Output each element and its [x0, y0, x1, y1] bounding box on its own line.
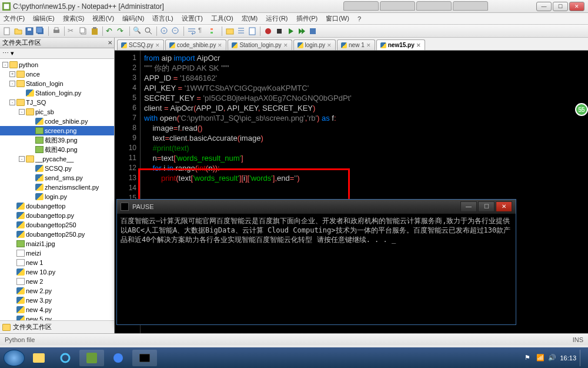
editor-tab[interactable]: code_shibie.py✕: [165, 39, 227, 50]
tree-item[interactable]: new 5.py: [0, 314, 114, 320]
tab-close-icon[interactable]: ✕: [283, 42, 288, 48]
tree-item[interactable]: new 3.py: [0, 296, 114, 305]
code-line[interactable]: API_KEY = '1WWTCSbAYCtGCpqwKoaKPMTC': [144, 83, 588, 93]
tree-item[interactable]: new 10.py: [0, 267, 114, 277]
tab-close-icon[interactable]: ✕: [327, 42, 332, 48]
sidebar-menu-icon[interactable]: ⋯ ▾: [2, 49, 14, 57]
tree-item[interactable]: send_sms.py: [0, 173, 114, 183]
tree-item[interactable]: new 2.py: [0, 286, 114, 296]
tree-item[interactable]: doubangettop: [0, 201, 114, 211]
tree-item[interactable]: new 4.py: [0, 305, 114, 314]
new-file-icon[interactable]: [2, 26, 12, 36]
close-button[interactable]: ✕: [569, 2, 584, 11]
tree-item[interactable]: -__pycache__: [0, 154, 114, 164]
editor-tab[interactable]: new 1✕: [337, 39, 375, 50]
code-line[interactable]: image=f.read(): [144, 123, 588, 133]
zoom-out-icon[interactable]: −: [171, 26, 181, 36]
menu-item[interactable]: 设置(T): [182, 14, 203, 23]
tree-item[interactable]: SCSQ.py: [0, 164, 114, 173]
tab-close-icon[interactable]: ✕: [155, 42, 160, 48]
sidebar-bottom-tab[interactable]: 文件夹工作区: [0, 320, 114, 333]
macro-play-multi-icon[interactable]: [297, 26, 306, 36]
floating-badge[interactable]: 55: [575, 103, 588, 116]
menu-item[interactable]: 工具(O): [211, 14, 233, 23]
expand-toggle[interactable]: -: [19, 109, 25, 115]
menu-item[interactable]: 语言(L): [152, 14, 173, 23]
code-line[interactable]: APP_ID = '16846162': [144, 73, 588, 83]
expand-toggle[interactable]: -: [19, 156, 25, 162]
expand-toggle[interactable]: -: [2, 62, 8, 68]
code-line[interactable]: from aip import AipOcr: [144, 53, 588, 63]
paste-icon[interactable]: [90, 26, 99, 36]
tree-item[interactable]: new 2: [0, 277, 114, 286]
menu-item[interactable]: 编辑(E): [33, 14, 55, 23]
tray-clock[interactable]: 16:13: [560, 354, 576, 362]
taskbar-browser[interactable]: [106, 350, 131, 366]
taskbar-notepadpp[interactable]: [79, 350, 104, 366]
console-window[interactable]: PAUSE — ☐ ✕ 百度智能云—计算无限可能官网百度智能云是百度旗下面向企业…: [116, 199, 516, 325]
save-all-icon[interactable]: [36, 26, 45, 36]
tree-item[interactable]: 截图40.png: [0, 145, 114, 154]
tab-close-icon[interactable]: ✕: [366, 42, 371, 48]
tree-item[interactable]: screen.png: [0, 126, 114, 135]
console-close-button[interactable]: ✕: [496, 201, 512, 212]
undo-icon[interactable]: ↶: [106, 26, 115, 36]
expand-toggle[interactable]: +: [9, 71, 15, 77]
tree-item[interactable]: new 1: [0, 258, 114, 267]
tray-sound-icon[interactable]: 🔊: [548, 354, 556, 362]
menu-item[interactable]: ?: [358, 15, 361, 22]
minimize-button[interactable]: —: [536, 2, 552, 11]
tree-item[interactable]: +once: [0, 69, 114, 79]
code-line[interactable]: SECRET_KEY = 'pI5GCB0jteHapAX0Eg7CNoGNQ0…: [144, 93, 588, 103]
tree-item[interactable]: doubangettop250.py: [0, 230, 114, 239]
tree-item[interactable]: Station_login.py: [0, 88, 114, 98]
function-list-icon[interactable]: [236, 26, 246, 36]
macro-record-icon[interactable]: [263, 26, 273, 36]
tree-item[interactable]: -pic_sb: [0, 107, 114, 117]
expand-toggle[interactable]: -: [9, 100, 15, 105]
menu-item[interactable]: 窗口(W): [326, 14, 349, 23]
editor-tab[interactable]: Station_login.py✕: [228, 39, 292, 50]
taskbar-explorer[interactable]: [26, 350, 51, 366]
code-line[interactable]: client = AipOcr(APP_ID, API_KEY, SECRET_…: [144, 103, 588, 113]
wordwrap-icon[interactable]: [187, 26, 196, 36]
file-tree[interactable]: -python+once-Station_loginStation_login.…: [0, 59, 114, 320]
console-minimize-button[interactable]: —: [460, 201, 477, 212]
open-file-icon[interactable]: [14, 26, 23, 36]
code-line[interactable]: n=text['words_result_num']: [144, 153, 588, 163]
tree-item[interactable]: doubangettop250: [0, 220, 114, 230]
tree-item[interactable]: -python: [0, 60, 114, 69]
macro-stop-icon[interactable]: [275, 26, 284, 36]
redo-icon[interactable]: ↷: [117, 26, 126, 36]
menu-item[interactable]: 搜索(S): [63, 14, 85, 23]
editor-tab[interactable]: new15.py✕: [376, 39, 425, 50]
menu-item[interactable]: 视图(V): [92, 14, 114, 23]
doc-map-icon[interactable]: [248, 26, 257, 36]
taskbar-cmd[interactable]: [132, 350, 157, 366]
tree-item[interactable]: doubangettop.py: [0, 211, 114, 220]
console-maximize-button[interactable]: ☐: [478, 201, 495, 212]
code-line[interactable]: with open('C:\python\TJ_SQ\pic_sb\screen…: [144, 113, 588, 123]
tree-item[interactable]: -Station_login: [0, 79, 114, 88]
taskbar-ie[interactable]: [53, 350, 78, 366]
tab-close-icon[interactable]: ✕: [218, 42, 222, 48]
console-output[interactable]: 百度智能云—计算无限可能官网百度智能云是百度旗下面向企业、开发者和政府机构的智能…: [117, 214, 516, 324]
print-icon[interactable]: [52, 26, 61, 36]
macro-play-icon[interactable]: [286, 26, 295, 36]
sidebar-close-icon[interactable]: ✕: [106, 39, 114, 46]
tree-item[interactable]: login.py: [0, 192, 114, 201]
expand-toggle[interactable]: -: [9, 81, 15, 87]
editor-tab[interactable]: login.py✕: [293, 39, 336, 50]
code-line[interactable]: """ 你的 APPID AK SK """: [144, 63, 588, 73]
menu-item[interactable]: 运行(R): [266, 14, 288, 23]
start-button[interactable]: [4, 350, 25, 366]
tree-item[interactable]: 截图39.png: [0, 135, 114, 145]
copy-icon[interactable]: [79, 26, 88, 36]
tree-item[interactable]: zhenzismsclient.py: [0, 183, 114, 192]
folder-1-icon[interactable]: [225, 26, 235, 36]
tray-show-desktop[interactable]: [580, 350, 584, 366]
tree-item[interactable]: code_shibie.py: [0, 117, 114, 126]
code-line[interactable]: text=client.basicAccurate(image): [144, 133, 588, 143]
tree-item[interactable]: meizi: [0, 248, 114, 258]
cut-icon[interactable]: ✂: [68, 26, 77, 36]
